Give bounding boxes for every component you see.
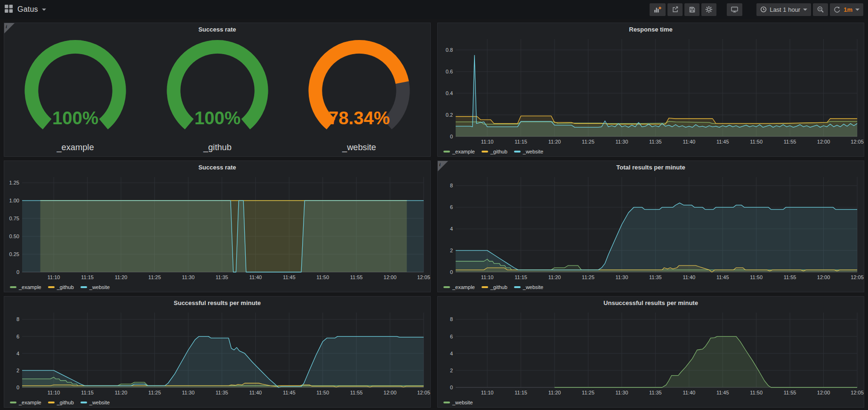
info-letter: i (439, 161, 441, 167)
svg-text:8: 8 (450, 316, 453, 322)
legend-item-_website[interactable]: _website (514, 149, 543, 154)
svg-text:11:40: 11:40 (683, 274, 695, 280)
svg-text:0.4: 0.4 (446, 90, 453, 96)
legend-item-_github[interactable]: _github (48, 284, 74, 290)
panel-title[interactable]: Total results per minute (438, 161, 864, 173)
svg-text:11:20: 11:20 (548, 274, 561, 280)
chart-plot-area[interactable]: 0246811:1011:1511:2011:2511:3011:3511:40… (4, 309, 430, 398)
svg-text:0: 0 (450, 269, 453, 275)
dashboards-grid-icon[interactable] (5, 5, 13, 15)
legend-swatch-icon (482, 286, 488, 288)
svg-text:11:40: 11:40 (683, 390, 695, 395)
dashboard-title: Gatus (17, 5, 38, 14)
svg-text:0.6: 0.6 (446, 69, 453, 74)
legend-item-_example[interactable]: _example (10, 284, 41, 290)
add-panel-button[interactable] (650, 3, 666, 16)
chart-gridlines (456, 39, 857, 137)
chart-plot-area[interactable]: 00.20.40.60.811:1011:1511:2011:2511:3011… (438, 35, 864, 147)
gauge-arc: 100%_github (149, 38, 286, 154)
svg-text:11:50: 11:50 (750, 390, 763, 395)
time-range-picker[interactable]: Last 1 hour (756, 3, 811, 16)
svg-text:6: 6 (16, 334, 19, 339)
legend-swatch-icon (443, 151, 450, 153)
panel-info-icon[interactable]: i (438, 161, 448, 171)
svg-text:2: 2 (450, 248, 453, 253)
svg-text:12:05: 12:05 (851, 390, 864, 395)
legend-label: _website (89, 284, 110, 290)
series-line-_website (456, 56, 857, 128)
legend-item-_example[interactable]: _example (443, 284, 475, 290)
svg-text:11:10: 11:10 (48, 390, 60, 395)
svg-text:11:20: 11:20 (548, 139, 561, 145)
gauge-value: 78.34% (329, 107, 390, 128)
panel-body: 0246811:1011:1511:2011:2511:3011:3511:40… (438, 309, 864, 407)
gauge-_example: 100%_example (4, 35, 146, 156)
gauge-_website: 78.34%_website (288, 35, 430, 156)
chart-svg: 0246811:1011:1511:2011:2511:3011:3511:40… (4, 309, 430, 398)
legend-item-_website[interactable]: _website (80, 284, 110, 290)
panel-title[interactable]: Success rate (4, 23, 430, 35)
legend-label: _github (490, 149, 507, 154)
legend-item-_example[interactable]: _example (10, 400, 41, 405)
svg-text:11:20: 11:20 (115, 274, 128, 280)
legend-swatch-icon (80, 286, 87, 288)
legend-item-_example[interactable]: _example (443, 149, 475, 154)
chart-plot-area[interactable]: 0246811:1011:1511:2011:2511:3011:3511:40… (438, 173, 864, 282)
panel-body: 0246811:1011:1511:2011:2511:3011:3511:40… (438, 173, 864, 292)
svg-text:11:45: 11:45 (716, 139, 729, 145)
svg-text:11:30: 11:30 (182, 274, 195, 280)
legend-item-_github[interactable]: _github (48, 400, 74, 405)
svg-text:0: 0 (450, 385, 453, 390)
zoom-out-button[interactable] (813, 3, 828, 16)
svg-text:2: 2 (16, 368, 19, 373)
svg-text:12:05: 12:05 (417, 274, 430, 280)
svg-text:11:10: 11:10 (48, 274, 60, 280)
panel-success-rate-gauges: Success rate 100%_example100%_github78.3… (4, 23, 431, 157)
panel-info-icon[interactable]: i (4, 23, 15, 33)
gauge-label: _example (56, 142, 94, 153)
series-fill-_website (22, 201, 424, 272)
legend-label: _github (490, 284, 507, 290)
svg-text:11:20: 11:20 (548, 390, 561, 395)
panel-title[interactable]: Unsuccessful results per minute (438, 297, 864, 309)
svg-text:0.2: 0.2 (446, 112, 453, 118)
dashboard-title-menu[interactable]: Gatus (17, 5, 46, 14)
axis-tick-labels: 0246811:1011:1511:2011:2511:3011:3511:40… (450, 316, 864, 395)
panel-title[interactable]: Success rate (4, 161, 430, 173)
legend-item-_website[interactable]: _website (443, 400, 473, 405)
chart-svg: 00.250.500.751.001.2511:1011:1511:2011:2… (4, 173, 430, 282)
svg-text:0.75: 0.75 (9, 216, 19, 221)
save-button[interactable] (684, 3, 699, 16)
svg-text:11:45: 11:45 (283, 274, 296, 280)
panel-body: 100%_example100%_github78.34%_website (4, 35, 430, 156)
legend-swatch-icon (80, 402, 87, 403)
share-button[interactable] (667, 3, 683, 16)
svg-text:11:35: 11:35 (649, 139, 662, 145)
series-line-_github (456, 116, 857, 124)
time-range-label: Last 1 hour (770, 6, 800, 13)
panel-body: 00.250.500.751.001.2511:1011:1511:2011:2… (4, 173, 430, 292)
svg-text:11:15: 11:15 (514, 139, 527, 145)
chart-plot-area[interactable]: 0246811:1011:1511:2011:2511:3011:3511:40… (438, 309, 864, 398)
chart-svg: 0246811:1011:1511:2011:2511:3011:3511:40… (438, 309, 864, 398)
legend-item-_github[interactable]: _github (482, 149, 507, 154)
settings-button[interactable] (701, 3, 716, 16)
svg-text:11:40: 11:40 (683, 139, 695, 145)
series-fill-_website (22, 337, 424, 387)
panel-title[interactable]: Response time (438, 23, 864, 35)
svg-text:12:00: 12:00 (817, 274, 830, 280)
refresh-button[interactable]: 1m (830, 3, 863, 16)
gauge-value: 100% (194, 107, 240, 128)
panel-successful-results: Successful results per minute 0246811:10… (4, 296, 431, 408)
legend-swatch-icon (10, 402, 16, 403)
legend-item-_github[interactable]: _github (482, 284, 507, 290)
chart-plot-area[interactable]: 00.250.500.751.001.2511:1011:1511:2011:2… (4, 173, 430, 282)
svg-text:11:15: 11:15 (81, 274, 94, 280)
svg-text:0.50: 0.50 (9, 233, 19, 239)
panel-title[interactable]: Successful results per minute (4, 297, 430, 309)
legend-item-_website[interactable]: _website (80, 400, 110, 405)
legend-item-_website[interactable]: _website (514, 284, 543, 290)
tv-mode-button[interactable] (727, 3, 742, 16)
svg-text:6: 6 (450, 334, 453, 339)
legend-label: _example (19, 284, 41, 290)
